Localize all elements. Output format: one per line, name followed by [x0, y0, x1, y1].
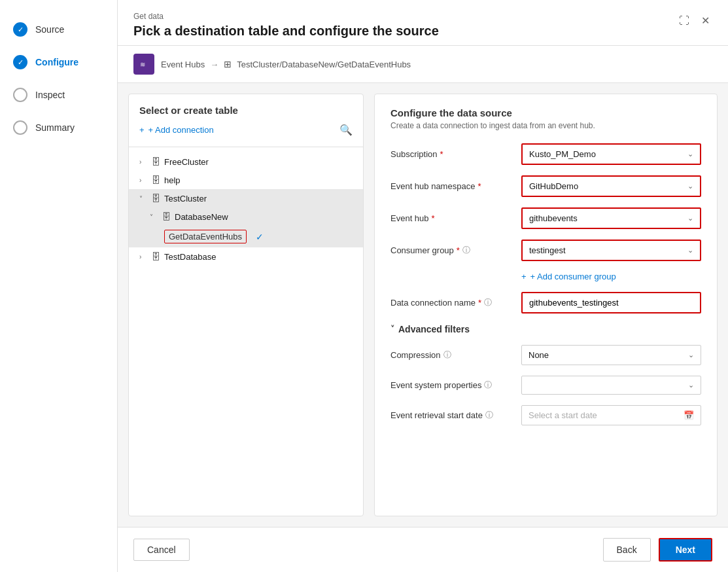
event-hub-namespace-dropdown[interactable]: GitHubDemo ⌄ — [521, 175, 701, 197]
back-button[interactable]: Back — [603, 538, 651, 562]
calendar-icon: 📅 — [684, 410, 694, 420]
info-icon[interactable]: ⓘ — [484, 297, 492, 308]
tree-label-testcluster: TestCluster — [164, 194, 207, 204]
advanced-filters-header[interactable]: ˅ Advanced filters — [390, 324, 701, 334]
event-system-properties-label: Event system properties ⓘ — [390, 380, 521, 391]
cancel-button[interactable]: Cancel — [133, 539, 190, 561]
chevron-down-icon: ⌄ — [688, 351, 694, 359]
left-panel-header: Select or create table + + Add connectio… — [129, 94, 363, 147]
event-hub-value: githubevents — [529, 213, 578, 223]
chevron-down-icon: ⌄ — [687, 182, 693, 190]
consumer-group-label: Consumer group * ⓘ — [390, 245, 521, 256]
sidebar-item-inspect[interactable]: Inspect — [0, 79, 117, 111]
sidebar-label-summary: Summary — [35, 122, 75, 133]
tree-label-freecluster: FreeCluster — [164, 157, 209, 167]
add-connection-label: + Add connection — [148, 125, 214, 135]
date-placeholder: Select a start date — [529, 410, 597, 420]
sidebar-label-configure: Configure — [35, 57, 78, 67]
compression-label: Compression ⓘ — [390, 349, 521, 361]
chevron-down-icon: ⌄ — [687, 150, 693, 158]
dialog-header-actions: ⛶ ✕ — [676, 12, 712, 29]
info-icon[interactable]: ⓘ — [443, 349, 451, 361]
compression-dropdown[interactable]: None ⌄ — [521, 345, 701, 365]
breadcrumb-arrow: → — [210, 60, 218, 69]
tree-area: › 🗄 FreeCluster › 🗄 help ˅ 🗄 TestCl — [129, 147, 363, 516]
info-icon[interactable]: ⓘ — [484, 380, 492, 391]
content-area: Select or create table + + Add connectio… — [118, 83, 728, 527]
event-system-properties-dropdown[interactable]: ⌄ — [521, 376, 701, 395]
step-circle-source: ✓ — [13, 22, 27, 37]
add-consumer-group-label: + Add consumer group — [530, 272, 616, 281]
step-circle-summary — [13, 120, 27, 135]
breadcrumb-source: Event Hubs — [161, 60, 205, 69]
dialog-subtitle: Get data — [133, 12, 439, 21]
event-hub-namespace-value: GitHubDemo — [529, 181, 578, 191]
chevron-icon: › — [139, 253, 147, 260]
event-hub-row: Event hub * githubevents ⌄ — [390, 207, 701, 229]
expand-window-button[interactable]: ⛶ — [676, 12, 692, 29]
tree-item-testdatabase[interactable]: › 🗄 TestDatabase — [129, 247, 363, 266]
info-icon[interactable]: ⓘ — [462, 245, 470, 256]
sidebar-item-summary[interactable]: Summary — [0, 111, 117, 144]
event-system-properties-control: ⌄ — [521, 376, 701, 395]
required-star: * — [432, 213, 435, 223]
required-star: * — [440, 149, 443, 159]
chevron-icon: › — [139, 177, 147, 184]
sidebar-item-configure[interactable]: ✓ Configure — [0, 46, 117, 79]
required-star: * — [478, 298, 481, 308]
compression-row: Compression ⓘ None ⌄ — [390, 345, 701, 365]
add-connection-button[interactable]: + + Add connection — [139, 125, 214, 135]
tree-item-getdataeventhubs[interactable]: GetDataEventHubs ✓ — [129, 226, 363, 247]
tree-label-testdatabase: TestDatabase — [164, 252, 217, 262]
chevron-icon: ˅ — [150, 213, 158, 221]
add-consumer-group-plus-icon: + — [521, 272, 527, 281]
database-icon: 🗄 — [151, 175, 160, 185]
next-button[interactable]: Next — [659, 538, 712, 562]
right-panel: Configure the data source Create a data … — [374, 94, 718, 516]
add-consumer-group-button[interactable]: + + Add consumer group — [521, 272, 701, 281]
add-connection-plus-icon: + — [139, 125, 145, 135]
breadcrumb-text: Event Hubs → ⊞ TestCluster/DatabaseNew/G… — [161, 59, 411, 69]
database-icon: 🗄 — [151, 251, 160, 262]
event-system-properties-row: Event system properties ⓘ ⌄ — [390, 376, 701, 395]
dialog-title-section: Get data Pick a destination table and co… — [133, 12, 439, 39]
check-icon: ✓ — [256, 232, 264, 242]
table-icon: ⊞ — [224, 59, 232, 69]
database-icon: 🗄 — [162, 211, 171, 222]
tree-item-help[interactable]: › 🗄 help — [129, 171, 363, 189]
search-button[interactable]: 🔍 — [339, 124, 353, 136]
event-hub-dropdown[interactable]: githubevents ⌄ — [521, 207, 701, 229]
subscription-row: Subscription * Kusto_PM_Demo ⌄ — [390, 143, 701, 165]
database-icon: 🗄 — [151, 193, 160, 204]
collapse-icon: ˅ — [390, 325, 394, 334]
event-hub-label: Event hub * — [390, 213, 521, 223]
sidebar-item-source[interactable]: ✓ Source — [0, 13, 117, 46]
left-panel: Select or create table + + Add connectio… — [128, 94, 364, 516]
tree-item-databasenew[interactable]: ˅ 🗄 DatabaseNew — [129, 207, 363, 226]
footer-right: Back Next — [603, 538, 712, 562]
consumer-group-control: testingest ⌄ — [521, 240, 701, 261]
event-hub-icon: ≋ — [133, 54, 154, 75]
chevron-down-icon: ⌄ — [687, 214, 693, 223]
tree-item-freecluster[interactable]: › 🗄 FreeCluster — [129, 152, 363, 171]
subscription-dropdown[interactable]: Kusto_PM_Demo ⌄ — [521, 143, 701, 165]
advanced-filters-label: Advanced filters — [398, 324, 470, 334]
sidebar-label-source: Source — [35, 24, 64, 35]
event-retrieval-start-date-input[interactable]: Select a start date 📅 — [521, 405, 701, 425]
chevron-icon: › — [139, 158, 147, 166]
required-star: * — [477, 181, 481, 191]
data-connection-name-control — [521, 292, 701, 313]
tree-label-help: help — [164, 175, 181, 185]
info-icon[interactable]: ⓘ — [485, 410, 493, 421]
subscription-control: Kusto_PM_Demo ⌄ — [521, 143, 701, 165]
tree-item-testcluster[interactable]: ˅ 🗄 TestCluster — [129, 189, 363, 207]
close-button[interactable]: ✕ — [699, 12, 712, 29]
consumer-group-dropdown[interactable]: testingest ⌄ — [521, 240, 701, 261]
event-hub-namespace-control: GitHubDemo ⌄ — [521, 175, 701, 197]
data-connection-name-label: Data connection name * ⓘ — [390, 297, 521, 308]
event-hub-namespace-label: Event hub namespace * — [390, 181, 521, 191]
event-retrieval-start-date-label: Event retrieval start date ⓘ — [390, 410, 521, 421]
footer-left: Cancel — [133, 539, 190, 561]
add-connection-row: + + Add connection 🔍 — [139, 124, 353, 136]
data-connection-name-input[interactable] — [521, 292, 701, 313]
